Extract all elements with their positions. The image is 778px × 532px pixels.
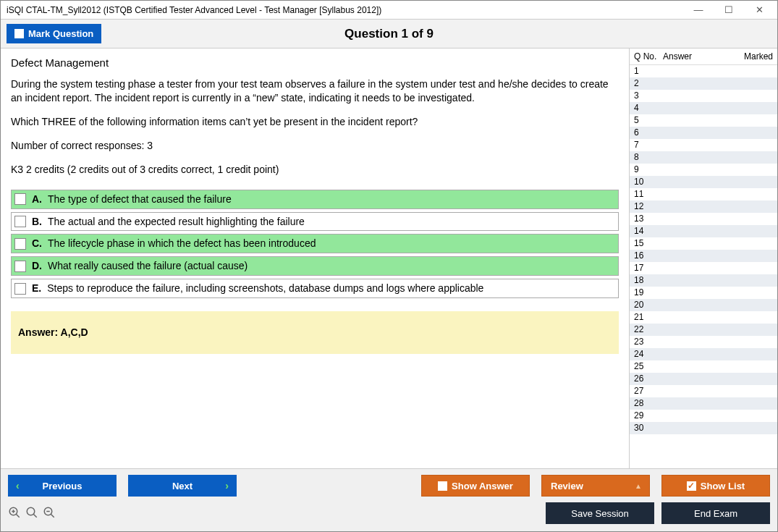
col-marked: Marked <box>733 51 773 62</box>
question-list[interactable]: 1234567891011121314151617181920212223242… <box>630 65 777 468</box>
option-checkbox[interactable] <box>14 261 26 272</box>
checkbox-icon <box>438 481 447 491</box>
option-text: The actual and the expected result highl… <box>48 215 305 229</box>
question-number: 13 <box>634 213 663 225</box>
caret-up-icon: ▲ <box>635 482 642 490</box>
option-checkbox[interactable] <box>14 216 26 227</box>
question-list-row[interactable]: 1 <box>630 65 777 77</box>
question-list-row[interactable]: 6 <box>630 127 777 139</box>
question-list-row[interactable]: 21 <box>630 311 777 324</box>
question-list-row[interactable]: 26 <box>630 373 777 385</box>
zoom-in-icon[interactable] <box>8 506 21 521</box>
next-label: Next <box>172 481 193 491</box>
question-list-row[interactable]: 14 <box>630 225 777 237</box>
chevron-right-icon: › <box>225 480 229 491</box>
col-qno: Q No. <box>634 51 663 62</box>
show-list-button[interactable]: ✓ Show List <box>661 475 770 497</box>
zoom-reset-icon[interactable] <box>25 506 38 521</box>
option-row[interactable]: C. The lifecycle phase in which the defe… <box>11 234 619 253</box>
question-list-row[interactable]: 8 <box>630 151 777 164</box>
end-exam-label: End Exam <box>694 508 737 519</box>
review-label: Review <box>551 481 583 491</box>
option-letter: C. <box>32 237 42 250</box>
question-list-row[interactable]: 10 <box>630 176 777 188</box>
question-number: 10 <box>634 176 663 188</box>
previous-button[interactable]: ‹ Previous <box>8 475 117 497</box>
option-text: Steps to reproduce the failure, includin… <box>47 282 483 295</box>
zoom-out-icon[interactable] <box>43 506 56 521</box>
option-letter: B. <box>32 215 42 229</box>
header-bar: Mark Question Question 1 of 9 <box>1 20 777 48</box>
option-checkbox[interactable] <box>14 193 26 205</box>
question-number: 29 <box>634 410 663 422</box>
save-session-label: Save Session <box>571 508 629 519</box>
checkbox-icon <box>14 29 24 38</box>
question-list-row[interactable]: 7 <box>630 139 777 151</box>
question-number: 3 <box>634 90 663 102</box>
question-list-row[interactable]: 3 <box>630 90 777 102</box>
question-number: 11 <box>634 188 663 200</box>
option-checkbox[interactable] <box>14 238 26 250</box>
question-number: 18 <box>634 274 663 287</box>
question-list-row[interactable]: 16 <box>630 250 777 262</box>
svg-line-7 <box>51 514 54 518</box>
titlebar: iSQI CTAL-TM_Syll2012 (ISTQB Certified T… <box>1 1 777 20</box>
option-row[interactable]: D. What really caused the failure (actua… <box>11 256 619 276</box>
minimize-button[interactable]: — <box>683 1 714 20</box>
question-list-row[interactable]: 12 <box>630 200 777 213</box>
option-checkbox[interactable] <box>14 283 26 295</box>
question-list-row[interactable]: 25 <box>630 360 777 373</box>
svg-point-4 <box>27 507 35 515</box>
question-counter: Question 1 of 9 <box>1 27 777 41</box>
question-stem-2: Which THREE of the following information… <box>11 115 619 129</box>
question-list-row[interactable]: 19 <box>630 287 777 299</box>
option-letter: E. <box>32 282 41 295</box>
option-row[interactable]: E. Steps to reproduce the failure, inclu… <box>11 279 619 298</box>
question-number: 19 <box>634 287 663 299</box>
mark-question-button[interactable]: Mark Question <box>7 24 101 43</box>
question-stem-1: During the system testing phase a tester… <box>11 77 619 105</box>
answer-reveal: Answer: A,C,D <box>11 311 619 354</box>
question-list-row[interactable]: 18 <box>630 274 777 287</box>
question-list-row[interactable]: 15 <box>630 237 777 250</box>
option-row[interactable]: A. The type of defect that caused the fa… <box>11 190 619 209</box>
question-number: 20 <box>634 299 663 311</box>
question-number: 30 <box>634 422 663 434</box>
question-topic: Defect Management <box>11 56 619 70</box>
question-list-row[interactable]: 29 <box>630 410 777 422</box>
show-answer-button[interactable]: Show Answer <box>421 475 530 497</box>
option-letter: A. <box>32 193 42 206</box>
svg-line-1 <box>16 514 20 518</box>
question-list-row[interactable]: 27 <box>630 385 777 397</box>
question-list-row[interactable]: 30 <box>630 422 777 434</box>
maximize-button[interactable]: ☐ <box>714 1 744 20</box>
question-list-row[interactable]: 11 <box>630 188 777 200</box>
question-list-row[interactable]: 13 <box>630 213 777 225</box>
question-list-row[interactable]: 4 <box>630 102 777 114</box>
close-button[interactable]: ✕ <box>744 1 774 20</box>
save-session-button[interactable]: Save Session <box>546 502 654 524</box>
option-row[interactable]: B. The actual and the expected result hi… <box>11 212 619 232</box>
question-number: 6 <box>634 127 663 139</box>
question-list-row[interactable]: 17 <box>630 262 777 274</box>
question-list-row[interactable]: 23 <box>630 336 777 348</box>
question-list-row[interactable]: 5 <box>630 114 777 127</box>
next-button[interactable]: Next › <box>128 475 237 497</box>
end-exam-button[interactable]: End Exam <box>661 502 770 524</box>
footer: ‹ Previous Next › Show Answer Review ▲ ✓… <box>1 468 777 531</box>
chevron-left-icon: ‹ <box>16 480 20 491</box>
question-list-row[interactable]: 20 <box>630 299 777 311</box>
question-list-row[interactable]: 9 <box>630 164 777 176</box>
question-list-row[interactable]: 22 <box>630 324 777 336</box>
question-number: 25 <box>634 360 663 373</box>
question-number: 27 <box>634 385 663 397</box>
question-list-row[interactable]: 24 <box>630 348 777 360</box>
question-number: 12 <box>634 200 663 213</box>
question-number: 22 <box>634 324 663 336</box>
review-dropdown[interactable]: Review ▲ <box>541 475 650 497</box>
question-list-row[interactable]: 28 <box>630 397 777 410</box>
question-number: 1 <box>634 65 663 77</box>
question-list-row[interactable]: 2 <box>630 77 777 90</box>
question-number: 16 <box>634 250 663 262</box>
option-text: What really caused the failure (actual c… <box>48 259 248 273</box>
